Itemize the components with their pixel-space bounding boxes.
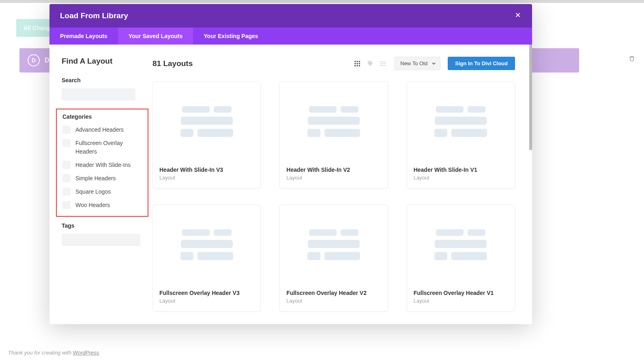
category-item[interactable]: Fullscreen Overlay Headers xyxy=(62,139,144,156)
card-thumbnail xyxy=(153,205,260,284)
category-checkbox[interactable] xyxy=(62,188,71,196)
category-label: Simple Headers xyxy=(75,174,116,183)
sidebar-title: Find A Layout xyxy=(62,57,152,66)
tags-input[interactable] xyxy=(62,234,140,246)
search-heading: Search xyxy=(62,77,152,83)
svg-rect-0 xyxy=(355,61,356,62)
category-checkbox[interactable] xyxy=(62,139,71,147)
svg-rect-11 xyxy=(381,63,382,64)
categories-section: Categories Advanced HeadersFullscreen Ov… xyxy=(56,109,148,217)
card-title: Fullscreen Overlay Header V2 xyxy=(286,290,381,296)
card-meta: Fullscreen Overlay Header V2 Layout xyxy=(280,284,387,311)
category-item[interactable]: Header With Slide-Ins xyxy=(62,161,144,169)
svg-rect-1 xyxy=(357,61,358,62)
svg-rect-6 xyxy=(355,65,356,66)
category-checkbox[interactable] xyxy=(62,201,71,209)
category-checkbox[interactable] xyxy=(62,161,71,169)
card-thumbnail xyxy=(280,205,387,284)
layout-card[interactable]: Header With Slide-In V3 Layout xyxy=(152,81,261,188)
search-input[interactable] xyxy=(62,88,135,100)
signin-divi-cloud-button[interactable]: Sign In To Divi Cloud xyxy=(448,57,515,70)
svg-rect-14 xyxy=(382,65,386,66)
card-thumbnail xyxy=(407,205,515,284)
category-item[interactable]: Simple Headers xyxy=(62,174,144,183)
category-label: Square Logos xyxy=(75,188,111,196)
tab-your-saved-layouts[interactable]: Your Saved Layouts xyxy=(118,28,193,45)
grid-view-icon[interactable] xyxy=(354,60,361,67)
main-tools: New To Old Sign In To Divi Cloud xyxy=(354,57,515,70)
svg-rect-3 xyxy=(355,63,356,64)
categories-heading: Categories xyxy=(62,113,144,120)
tab-premade-layouts[interactable]: Premade Layouts xyxy=(49,28,118,45)
main-panel: 81 Layouts xyxy=(152,45,532,324)
svg-rect-12 xyxy=(382,63,386,64)
layout-card[interactable]: Fullscreen Overlay Header V2 Layout xyxy=(279,205,388,312)
svg-rect-13 xyxy=(381,65,382,66)
card-meta: Header With Slide-In V3 Layout xyxy=(153,161,260,188)
footer-thanks: Thank you for creating with WordPress. xyxy=(8,350,101,356)
modal-header: Load From Library xyxy=(49,4,532,28)
card-title: Header With Slide-In V3 xyxy=(159,167,254,173)
modal-tabs: Premade Layouts Your Saved Layouts Your … xyxy=(49,28,532,45)
library-modal: Load From Library Premade Layouts Your S… xyxy=(49,4,532,324)
sort-select[interactable]: New To Old xyxy=(394,57,440,70)
card-thumbnail xyxy=(153,82,260,161)
footer-wordpress-link[interactable]: WordPress xyxy=(73,350,99,356)
scrollbar-thumb[interactable] xyxy=(529,45,532,150)
card-type: Layout xyxy=(414,175,508,181)
card-title: Header With Slide-In V2 xyxy=(286,167,381,173)
sidebar: Find A Layout Search Categories Advanced… xyxy=(49,45,152,324)
svg-rect-4 xyxy=(357,63,358,64)
svg-rect-10 xyxy=(382,61,386,62)
category-item[interactable]: Square Logos xyxy=(62,188,144,196)
card-meta: Fullscreen Overlay Header V3 Layout xyxy=(153,284,260,311)
close-button[interactable] xyxy=(514,11,522,20)
card-title: Fullscreen Overlay Header V3 xyxy=(159,290,254,296)
card-title: Header With Slide-In V1 xyxy=(414,167,508,173)
list-view-icon[interactable] xyxy=(380,60,387,67)
card-type: Layout xyxy=(286,175,381,181)
divi-logo-icon: D xyxy=(28,54,40,66)
card-title: Fullscreen Overlay Header V1 xyxy=(414,290,508,296)
svg-rect-5 xyxy=(359,63,360,64)
layout-card[interactable]: Header With Slide-In V1 Layout xyxy=(407,81,515,188)
category-item[interactable]: Woo Headers xyxy=(62,201,144,209)
category-item[interactable]: Advanced Headers xyxy=(62,126,144,134)
card-thumbnail xyxy=(407,82,515,161)
card-type: Layout xyxy=(159,298,254,304)
tag-view-icon[interactable] xyxy=(367,60,374,67)
layouts-count: 81 Layouts xyxy=(152,59,193,68)
modal-body: Find A Layout Search Categories Advanced… xyxy=(49,45,532,324)
category-label: Header With Slide-Ins xyxy=(75,161,131,169)
card-meta: Fullscreen Overlay Header V1 Layout xyxy=(407,284,515,311)
card-type: Layout xyxy=(286,298,381,304)
layout-card[interactable]: Fullscreen Overlay Header V1 Layout xyxy=(407,205,515,312)
card-meta: Header With Slide-In V2 Layout xyxy=(280,161,387,188)
category-label: Fullscreen Overlay Headers xyxy=(75,139,144,156)
modal-title: Load From Library xyxy=(60,11,128,20)
tags-heading: Tags xyxy=(62,222,152,229)
tab-your-existing-pages[interactable]: Your Existing Pages xyxy=(193,28,268,45)
svg-rect-8 xyxy=(359,65,360,66)
main-header: 81 Layouts xyxy=(152,57,515,70)
card-type: Layout xyxy=(414,298,508,304)
trash-icon[interactable] xyxy=(629,56,635,64)
footer-thanks-text: Thank you for creating with xyxy=(8,350,73,356)
admin-topbar xyxy=(0,0,644,3)
card-thumbnail xyxy=(280,82,387,161)
category-label: Advanced Headers xyxy=(75,126,124,134)
card-type: Layout xyxy=(159,175,254,181)
layout-cards-grid: Header With Slide-In V3 Layout Header Wi… xyxy=(152,81,515,312)
svg-rect-9 xyxy=(381,61,382,62)
category-label: Woo Headers xyxy=(75,201,110,209)
divi-bar-text: D xyxy=(45,57,49,64)
category-checkbox[interactable] xyxy=(62,174,71,182)
layout-card[interactable]: Header With Slide-In V2 Layout xyxy=(279,81,388,188)
svg-rect-2 xyxy=(359,61,360,62)
category-checkbox[interactable] xyxy=(62,126,71,134)
layout-card[interactable]: Fullscreen Overlay Header V3 Layout xyxy=(152,205,261,312)
card-meta: Header With Slide-In V1 Layout xyxy=(407,161,515,188)
svg-rect-7 xyxy=(357,65,358,66)
